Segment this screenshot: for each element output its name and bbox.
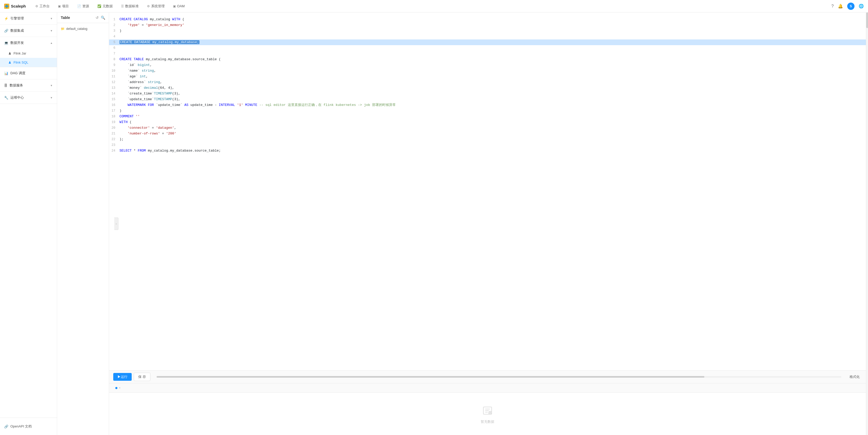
tab-status-dot: [115, 387, 117, 389]
table-panel: Table ↺ 🔍 📁 default_catalog: [57, 12, 109, 435]
sidebar-group-dag-header[interactable]: 📊 DAG 调度: [0, 67, 57, 79]
sidebar-group-dataintegration-title: 🔗 数据集成: [4, 28, 24, 33]
dataservice-icon: 🗄: [4, 83, 7, 88]
sidebar-group-dataintegration-header[interactable]: 🔗 数据集成 ▼: [0, 25, 57, 37]
ops-chevron: ▼: [50, 96, 53, 99]
sidebar-group-dag-title: 📊 DAG 调度: [4, 71, 26, 75]
empty-icon: [481, 404, 494, 416]
code-line-16: 16 WATERMARK FOR `update_time` AS update…: [109, 102, 866, 108]
table-panel-header: Table ↺ 🔍: [57, 12, 109, 23]
nav-sysmanage[interactable]: ⚙ 系统管理: [146, 4, 166, 8]
sysmanage-icon: ⚙: [147, 4, 150, 8]
scrollbar-thumb-right: [866, 12, 868, 28]
format-button[interactable]: 格式化: [847, 373, 862, 381]
nav-datastandard-label: 数据标准: [125, 4, 139, 8]
code-line-10: 10 `name` string,: [109, 68, 866, 74]
logo: Scaleph: [4, 4, 26, 9]
workbench-icon: ⚙: [35, 4, 38, 8]
code-line-22: 22 );: [109, 136, 866, 142]
result-content: 暂无数据: [109, 393, 866, 435]
nav-metadata-label: 元数据: [102, 4, 113, 8]
code-line-18: 18 COMMENT '': [109, 114, 866, 120]
code-line-9: 9 `id` bigint,: [109, 62, 866, 68]
code-line-6: 6: [109, 45, 866, 51]
sidebar-group-dag: 📊 DAG 调度: [0, 67, 57, 79]
nav-workbench[interactable]: ⚙ 工作台: [34, 4, 51, 8]
sidebar-collapse-btn[interactable]: ‹: [114, 218, 118, 230]
code-lines: 1 CREATE CATALOG my_catalog WITH ( 2 'ty…: [109, 16, 866, 154]
sidebar-group-datadev-header[interactable]: 💻 数据开发 ▲: [0, 37, 57, 49]
flinksql-icon: ♟: [8, 61, 11, 64]
main-layout: ⚡ 引擎管理 ▼ 🔗 数据集成 ▼ 💻 数据开发: [0, 12, 868, 435]
code-line-11: 11 `age` int,: [109, 74, 866, 79]
sidebar-item-flinkjar[interactable]: ♟ Flink Jar: [0, 49, 57, 58]
sidebar-group-engine-header[interactable]: ⚡ 引擎管理 ▼: [0, 12, 57, 24]
nav-resource[interactable]: 📄 资源: [76, 4, 90, 8]
code-line-14: 14 `create_time`TIMESTAMP(3),: [109, 91, 866, 97]
code-line-21: 21 'number-of-rows' = '200': [109, 131, 866, 136]
nav-sysmanage-label: 系统管理: [151, 4, 165, 8]
code-line-4: 4: [109, 34, 866, 39]
oam-icon: ▣: [173, 4, 176, 8]
sidebar-item-flinksql[interactable]: ♟ Flink SQL: [0, 58, 57, 67]
nav-oam-label: OAM: [177, 4, 185, 8]
code-line-13: 13 `money` decimal(64, 4),: [109, 85, 866, 91]
horizontal-scrollbar[interactable]: [157, 376, 841, 378]
resource-icon: 📄: [77, 4, 81, 8]
code-line-24: 24 SELECT * FROM my_catalog.my_database.…: [109, 148, 866, 154]
table-search-icon[interactable]: 🔍: [101, 15, 105, 20]
right-scrollbar[interactable]: [866, 12, 868, 435]
sidebar-group-dataservice: 🗄 数据服务 ▼: [0, 79, 57, 92]
code-line-3: 3 ): [109, 28, 866, 34]
engine-icon: ⚡: [4, 16, 8, 21]
code-line-8: 8 CREATE TABLE my_catalog.my_database.so…: [109, 57, 866, 62]
scrollbar-thumb: [157, 376, 704, 378]
sidebar-group-ops-header[interactable]: 🔧 运维中心 ▼: [0, 92, 57, 104]
nav-resource-label: 资源: [82, 4, 89, 8]
datastandard-icon: ☰: [121, 4, 124, 8]
empty-text: 暂无数据: [481, 420, 494, 424]
sidebar-group-engine-title: ⚡ 引擎管理: [4, 16, 24, 21]
result-tab-1[interactable]: ×: [113, 383, 123, 393]
sidebar-group-dataintegration: 🔗 数据集成 ▼: [0, 25, 57, 37]
code-line-17: 17 ): [109, 108, 866, 114]
nav-project-label: 项目: [62, 4, 69, 8]
metadata-icon: ✅: [97, 4, 101, 8]
editor-area: 1 CREATE CATALOG my_catalog WITH ( 2 'ty…: [109, 12, 866, 435]
app-name: Scaleph: [11, 4, 26, 8]
sidebar-footer: 🔗 OpenAPI 文档: [0, 417, 57, 435]
user-avatar[interactable]: S: [847, 3, 855, 10]
code-line-12: 12 `address` string,: [109, 79, 866, 85]
tree-item-default-catalog[interactable]: 📁 default_catalog: [57, 25, 109, 32]
sidebar-group-ops-title: 🔧 运维中心: [4, 95, 24, 100]
sidebar-group-dataservice-header[interactable]: 🗄 数据服务 ▼: [0, 79, 57, 91]
code-editor[interactable]: 1 CREATE CATALOG my_catalog WITH ( 2 'ty…: [109, 12, 866, 370]
nav-datastandard[interactable]: ☰ 数据标准: [120, 4, 140, 8]
nav-oam[interactable]: ▣ OAM: [172, 4, 186, 8]
notification-icon[interactable]: 🔔: [838, 4, 843, 8]
code-line-1: 1 CREATE CATALOG my_catalog WITH (: [109, 16, 866, 22]
code-line-2: 2 'type' = 'generic_in_memory': [109, 22, 866, 28]
code-line-19: 19 WITH (: [109, 120, 866, 125]
nav-project[interactable]: ▣ 项目: [57, 4, 70, 8]
sidebar-openapi[interactable]: 🔗 OpenAPI 文档: [4, 422, 53, 431]
table-refresh-icon[interactable]: ↺: [96, 15, 99, 20]
nav-workbench-label: 工作台: [39, 4, 50, 8]
datadev-chevron: ▲: [50, 41, 53, 44]
dag-icon: 📊: [4, 71, 8, 75]
nav-metadata[interactable]: ✅ 元数据: [96, 4, 114, 8]
translate-icon[interactable]: 🌐: [859, 4, 864, 8]
code-line-5: 5 CREATE DATABASE my_catalog.my_database…: [109, 39, 866, 45]
editor-toolbar: ▶运行 保 存 格式化: [109, 370, 866, 383]
result-tabs: ×: [109, 383, 866, 393]
sidebar-group-engine: ⚡ 引擎管理 ▼: [0, 12, 57, 25]
dataservice-chevron: ▼: [50, 84, 53, 87]
tab-close-icon[interactable]: ×: [119, 387, 121, 389]
help-icon[interactable]: ?: [831, 4, 834, 8]
table-panel-actions: ↺ 🔍: [96, 15, 105, 20]
nav-right: ? 🔔 S 🌐: [831, 3, 864, 10]
run-button[interactable]: ▶运行: [113, 373, 132, 381]
project-icon: ▣: [58, 4, 61, 8]
save-button[interactable]: 保 存: [134, 373, 150, 381]
flinkjar-icon: ♟: [8, 52, 11, 55]
